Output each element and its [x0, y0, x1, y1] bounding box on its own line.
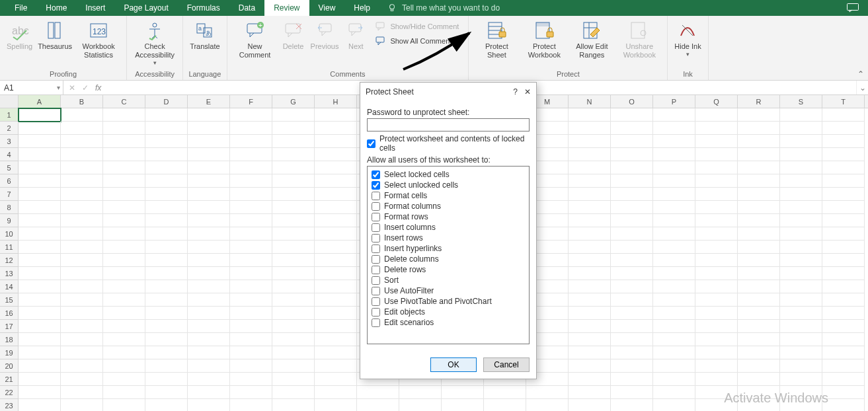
cell[interactable] — [145, 188, 188, 201]
cell[interactable] — [653, 108, 695, 122]
cell[interactable] — [145, 293, 188, 307]
cell[interactable] — [738, 108, 780, 122]
cell[interactable] — [19, 161, 61, 174]
workbook-statistics-button[interactable]: 123 Workbook Statistics — [75, 19, 122, 69]
cell[interactable] — [442, 386, 484, 399]
cell[interactable] — [188, 174, 230, 188]
cell[interactable] — [272, 307, 315, 320]
cell[interactable] — [145, 280, 188, 293]
cell[interactable] — [61, 188, 103, 201]
permissions-list[interactable]: Select locked cellsSelect unlocked cells… — [367, 166, 530, 344]
protect-contents-checkbox[interactable]: Protect worksheet and contents of locked… — [367, 134, 530, 153]
dialog-titlebar[interactable]: Protect Sheet ? ✕ — [360, 83, 536, 101]
cell[interactable] — [738, 135, 780, 148]
cell[interactable] — [738, 320, 780, 333]
cell[interactable] — [653, 346, 695, 359]
cell[interactable] — [611, 161, 653, 174]
cell[interactable] — [145, 333, 188, 346]
cell[interactable] — [188, 161, 230, 174]
cell[interactable] — [653, 254, 695, 267]
permission-item[interactable]: Edit objects — [372, 307, 525, 317]
thesaurus-button[interactable]: Thesaurus — [35, 19, 75, 69]
cell[interactable] — [695, 227, 738, 241]
cell[interactable] — [272, 320, 315, 333]
cell[interactable] — [19, 320, 61, 333]
cell[interactable] — [822, 399, 865, 411]
cell[interactable] — [653, 399, 695, 411]
cell[interactable] — [653, 174, 695, 188]
cell[interactable] — [780, 148, 822, 161]
cell[interactable] — [569, 359, 611, 373]
permission-item[interactable]: Insert rows — [372, 233, 525, 243]
cell[interactable] — [272, 280, 315, 293]
tab-formulas[interactable]: Formulas — [178, 0, 229, 16]
cell[interactable] — [569, 108, 611, 122]
row-header[interactable]: 13 — [0, 267, 19, 280]
cell[interactable] — [442, 399, 484, 411]
permission-item[interactable]: Edit scenarios — [372, 317, 525, 328]
cell[interactable] — [230, 267, 272, 280]
cell[interactable] — [61, 293, 103, 307]
cell[interactable] — [315, 267, 357, 280]
cell[interactable] — [357, 399, 399, 411]
cell[interactable] — [653, 148, 695, 161]
cell[interactable] — [484, 399, 526, 411]
cell[interactable] — [611, 227, 653, 241]
cell[interactable] — [315, 254, 357, 267]
cell[interactable] — [230, 161, 272, 174]
cell[interactable] — [272, 241, 315, 254]
cell[interactable] — [738, 174, 780, 188]
cell[interactable] — [61, 333, 103, 346]
cell[interactable] — [315, 188, 357, 201]
cell[interactable] — [653, 333, 695, 346]
cell[interactable] — [738, 188, 780, 201]
permission-item[interactable]: Format rows — [372, 211, 525, 222]
cell[interactable] — [61, 280, 103, 293]
cell[interactable] — [188, 320, 230, 333]
cell[interactable] — [315, 214, 357, 227]
cell[interactable] — [103, 386, 145, 399]
cell[interactable] — [103, 320, 145, 333]
cell[interactable] — [315, 346, 357, 359]
cell[interactable] — [315, 333, 357, 346]
cell[interactable] — [695, 122, 738, 135]
cell[interactable] — [738, 122, 780, 135]
cell[interactable] — [145, 241, 188, 254]
column-header[interactable]: S — [780, 95, 822, 108]
cell[interactable] — [695, 254, 738, 267]
cell[interactable] — [145, 148, 188, 161]
cell[interactable] — [61, 201, 103, 214]
cell[interactable] — [611, 108, 653, 122]
row-header[interactable]: 12 — [0, 254, 19, 267]
permission-item[interactable]: Sort — [372, 275, 525, 285]
cell[interactable] — [230, 386, 272, 399]
cell[interactable] — [569, 254, 611, 267]
cell[interactable] — [103, 201, 145, 214]
cell[interactable] — [611, 122, 653, 135]
namebox-dropdown-icon[interactable]: ▾ — [57, 84, 60, 91]
collapse-ribbon-icon[interactable]: ⌃ — [857, 69, 864, 79]
cell[interactable] — [695, 373, 738, 386]
cell[interactable] — [653, 188, 695, 201]
cell[interactable] — [145, 386, 188, 399]
cell[interactable] — [738, 333, 780, 346]
row-header[interactable]: 4 — [0, 148, 19, 161]
cell[interactable] — [272, 386, 315, 399]
cell[interactable] — [188, 280, 230, 293]
cell[interactable] — [738, 359, 780, 373]
cell[interactable] — [19, 254, 61, 267]
cell[interactable] — [19, 359, 61, 373]
tab-insert[interactable]: Insert — [76, 0, 114, 16]
cell[interactable] — [780, 188, 822, 201]
cell[interactable] — [569, 201, 611, 214]
row-header[interactable]: 3 — [0, 135, 19, 148]
cell[interactable] — [653, 241, 695, 254]
cell[interactable] — [188, 122, 230, 135]
cell[interactable] — [230, 201, 272, 214]
permission-item[interactable]: Insert hyperlinks — [372, 243, 525, 254]
cell[interactable] — [272, 254, 315, 267]
cell[interactable] — [611, 320, 653, 333]
cell[interactable] — [780, 346, 822, 359]
cell[interactable] — [19, 399, 61, 411]
cell[interactable] — [103, 108, 145, 122]
